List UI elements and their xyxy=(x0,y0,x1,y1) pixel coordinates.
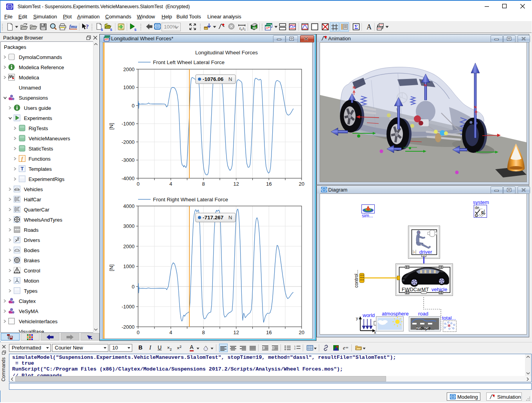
svg-text:-2000: -2000 xyxy=(122,324,135,330)
svg-text:world: world xyxy=(362,312,375,318)
svg-text:driver: driver xyxy=(419,249,432,255)
svg-text:16: 16 xyxy=(266,330,271,335)
svg-text:Front Right Wheel Lateral Forc: Front Right Wheel Lateral Force xyxy=(153,197,228,202)
svg-text:Front Left Wheel Lateral Force: Front Left Wheel Lateral Force xyxy=(153,59,225,65)
svg-text:2.: 2. xyxy=(294,347,296,350)
svg-text:4: 4 xyxy=(169,181,172,187)
svg-text:Σ: Σ xyxy=(354,24,358,30)
svg-text:1: 1 xyxy=(244,28,246,31)
svg-text:s: s xyxy=(101,27,103,31)
svg-text:de...: de... xyxy=(475,206,482,210)
svg-text:1000: 1000 xyxy=(123,84,135,90)
svg-text:0: 0 xyxy=(132,103,135,109)
svg-text:0: 0 xyxy=(137,330,139,335)
svg-text:g: g xyxy=(481,210,483,214)
svg-text:8: 8 xyxy=(202,181,205,187)
svg-text:Indepe...: Indepe... xyxy=(416,326,435,331)
svg-text:N: N xyxy=(228,76,232,82)
svg-text:-1000: -1000 xyxy=(122,304,135,310)
svg-text:Longitudinal Wheel Forces: Longitudinal Wheel Forces xyxy=(195,50,258,56)
svg-text:-717.267: -717.267 xyxy=(203,215,223,220)
svg-text:N: N xyxy=(474,105,477,109)
svg-text:3D: 3D xyxy=(252,26,257,30)
svg-text:-3000: -3000 xyxy=(122,157,135,163)
svg-text:-2000: -2000 xyxy=(122,139,135,145)
svg-text:1000: 1000 xyxy=(123,263,135,269)
svg-text:20: 20 xyxy=(299,181,304,187)
svg-text:total...: total... xyxy=(442,315,456,321)
svg-text:0: 0 xyxy=(132,284,135,290)
svg-text:8: 8 xyxy=(202,330,205,335)
svg-text:sim...: sim... xyxy=(362,213,373,219)
svg-text:2000: 2000 xyxy=(123,244,135,249)
svg-text:12: 12 xyxy=(234,330,239,335)
svg-text:[N]: [N] xyxy=(108,123,114,129)
svg-text:T: T xyxy=(21,166,24,172)
svg-text:4000: 4000 xyxy=(123,203,135,209)
svg-text:atmosphere: atmosphere xyxy=(382,311,409,317)
svg-text:fmu: fmu xyxy=(69,24,77,29)
svg-text:-4000: -4000 xyxy=(122,176,135,181)
svg-text:0: 0 xyxy=(137,181,139,187)
svg-text:N: N xyxy=(424,83,427,87)
svg-text:4: 4 xyxy=(169,330,172,335)
svg-text:y: y xyxy=(356,316,358,321)
svg-text:road: road xyxy=(418,311,428,317)
svg-text:G: G xyxy=(475,213,478,218)
svg-text:3000: 3000 xyxy=(123,223,135,229)
svg-text:-1076.06: -1076.06 xyxy=(203,76,224,82)
svg-text:s: s xyxy=(134,27,137,31)
svg-text:12: 12 xyxy=(234,181,239,187)
svg-text:-1000: -1000 xyxy=(122,121,135,127)
svg-text:N: N xyxy=(353,86,356,90)
svg-text:20: 20 xyxy=(299,330,304,335)
svg-text:system: system xyxy=(473,199,489,205)
svg-text:o: o xyxy=(241,28,243,31)
svg-text:[N]: [N] xyxy=(108,264,114,271)
svg-text:2000: 2000 xyxy=(123,66,135,72)
svg-text:?: ? xyxy=(86,23,89,30)
svg-text:s: s xyxy=(110,27,112,31)
svg-text:A: A xyxy=(367,23,372,30)
svg-text:16: 16 xyxy=(266,181,271,187)
svg-text:control...: control... xyxy=(354,270,359,288)
svg-text:N: N xyxy=(228,215,232,220)
